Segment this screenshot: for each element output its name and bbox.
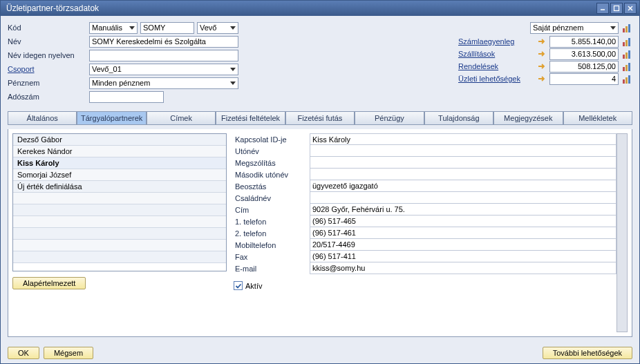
close-button[interactable]: [624, 3, 637, 14]
left-fields: Kód Manuális SOMY Vevő Név SOMY Keresked…: [8, 21, 238, 103]
cancel-button[interactable]: Mégsem: [44, 347, 93, 359]
foreign-name-label: Név idegen nyelven: [8, 51, 86, 59]
footer: OK Mégsem További lehetőségek: [1, 343, 639, 363]
chart-icon[interactable]: [623, 74, 632, 84]
contact-details: Kapcsolat ID-jeKiss KárolyUtónévMegszólí…: [234, 133, 628, 332]
tab-2[interactable]: Címek: [147, 111, 216, 124]
tab-body-contacts: Dezső GáborKerekes NándorKiss KárolySomo…: [8, 129, 632, 337]
list-item-empty: [13, 216, 226, 228]
detail-value[interactable]: 20/517-4469: [310, 239, 617, 251]
titlebar: Üzletipartner-törzsadatok: [1, 1, 639, 16]
tabs: ÁltalánosTárgyalópartnerekCímekFizetési …: [8, 111, 632, 125]
drill-arrow-icon[interactable]: [537, 61, 547, 71]
active-checkbox[interactable]: [234, 281, 243, 290]
summary-value: 3.613.500,00: [549, 48, 619, 60]
detail-value[interactable]: ügyvezető igazgató: [310, 180, 617, 192]
detail-label: Cím: [234, 206, 310, 214]
contacts-list[interactable]: Dezső GáborKerekes NándorKiss KárolySomo…: [12, 133, 227, 271]
header-area: Kód Manuális SOMY Vevő Név SOMY Keresked…: [8, 21, 632, 103]
drill-arrow-icon[interactable]: [537, 74, 547, 84]
tab-4[interactable]: Fizetési futás: [285, 111, 355, 124]
chart-icon[interactable]: [623, 23, 632, 32]
detail-value[interactable]: (96) 517-465: [310, 215, 617, 227]
chart-icon[interactable]: [623, 37, 632, 46]
detail-value[interactable]: [310, 145, 617, 157]
detail-label: Megszólítás: [234, 159, 310, 167]
drill-arrow-icon[interactable]: [537, 37, 547, 46]
summary-label[interactable]: Üzleti lehetőségek: [458, 75, 534, 83]
tab-3[interactable]: Fizetési feltételek: [216, 111, 285, 124]
tab-5[interactable]: Pénzügy: [355, 111, 424, 124]
list-item-empty: [13, 251, 226, 263]
foreign-name-input[interactable]: [89, 50, 238, 61]
summary-value: 508.125,00: [549, 61, 619, 73]
list-item[interactable]: Kiss Károly: [13, 157, 226, 169]
code-input[interactable]: SOMY: [140, 22, 194, 34]
tab-8[interactable]: Mellékletek: [563, 111, 632, 124]
detail-label: Beosztás: [234, 182, 310, 191]
drill-arrow-icon[interactable]: [537, 49, 547, 59]
group-select[interactable]: Vevő_01: [89, 64, 238, 75]
detail-label: E-mail: [234, 265, 310, 273]
more-options-button[interactable]: További lehetőségek: [543, 347, 632, 359]
currency-select[interactable]: Minden pénznem: [89, 77, 238, 89]
list-item-empty: [13, 204, 226, 216]
tax-label: Adószám: [8, 93, 86, 101]
name-input[interactable]: SOMY Kereskedelmi és Szolgálta: [89, 36, 238, 48]
tab-0[interactable]: Általános: [8, 111, 77, 124]
active-label: Aktív: [245, 282, 262, 290]
detail-value[interactable]: [310, 192, 617, 204]
ok-button[interactable]: OK: [8, 347, 39, 359]
right-fields: Saját pénznem Számlaegyenleg5.855.140,00…: [458, 21, 632, 103]
detail-value[interactable]: kkiss@somy.hu: [310, 262, 617, 274]
chart-icon[interactable]: [623, 49, 632, 59]
svg-rect-1: [614, 6, 619, 11]
detail-value[interactable]: Kiss Károly: [310, 133, 617, 145]
tax-input[interactable]: [89, 91, 164, 103]
chart-icon[interactable]: [623, 61, 632, 71]
tab-7[interactable]: Megjegyzések: [493, 111, 563, 124]
contacts-list-panel: Dezső GáborKerekes NándorKiss KárolySomo…: [12, 133, 227, 332]
list-item[interactable]: Somorjai József: [13, 169, 226, 181]
own-currency-select[interactable]: Saját pénznem: [530, 22, 619, 34]
tab-1[interactable]: Tárgyalópartnerek: [77, 111, 146, 124]
detail-value[interactable]: (96) 517-411: [310, 251, 617, 262]
detail-fields: Kapcsolat ID-jeKiss KárolyUtónévMegszólí…: [234, 133, 617, 332]
list-item[interactable]: Új érték definiálása: [13, 181, 226, 193]
summary-label[interactable]: Számlaegyenleg: [458, 37, 534, 46]
detail-label: 2. telefon: [234, 229, 310, 238]
window-buttons: [596, 3, 637, 14]
bp-master-window: Üzletipartner-törzsadatok Kód Manuális S…: [0, 0, 640, 364]
detail-label: Családnév: [234, 194, 310, 202]
minimize-button[interactable]: [596, 3, 609, 14]
detail-value[interactable]: [310, 169, 617, 180]
maximize-button[interactable]: [610, 3, 623, 14]
summary-label[interactable]: Rendelések: [458, 62, 534, 70]
detail-label: 1. telefon: [234, 218, 310, 226]
summary-label[interactable]: Szállítások: [458, 50, 534, 58]
list-item-empty: [13, 193, 226, 204]
summary-value: 5.855.140,00: [549, 36, 619, 48]
group-label[interactable]: Csoport: [8, 65, 86, 73]
currency-label: Pénznem: [8, 79, 86, 87]
type-select[interactable]: Vevő: [197, 22, 238, 34]
window-title: Üzletipartner-törzsadatok: [6, 3, 99, 13]
code-label: Kód: [8, 23, 86, 32]
list-item[interactable]: Dezső Gábor: [13, 134, 226, 146]
tab-6[interactable]: Tulajdonság: [424, 111, 493, 124]
summary-value: 4: [549, 73, 619, 85]
detail-label: Kapcsolat ID-je: [234, 135, 310, 144]
list-item-empty: [13, 240, 226, 251]
detail-label: Fax: [234, 253, 310, 261]
list-item-empty: [13, 228, 226, 240]
content: Kód Manuális SOMY Vevő Név SOMY Keresked…: [1, 16, 639, 343]
detail-label: Utónév: [234, 147, 310, 155]
details-scrollbar[interactable]: [617, 133, 628, 332]
set-default-button[interactable]: Alapértelmezett: [12, 277, 86, 289]
detail-value[interactable]: 9028 Győr, Fehérvári u. 75.: [310, 204, 617, 215]
detail-value[interactable]: [310, 157, 617, 169]
name-label: Név: [8, 37, 86, 46]
detail-value[interactable]: (96) 517-461: [310, 227, 617, 239]
list-item[interactable]: Kerekes Nándor: [13, 146, 226, 157]
code-mode-select[interactable]: Manuális: [89, 22, 138, 34]
